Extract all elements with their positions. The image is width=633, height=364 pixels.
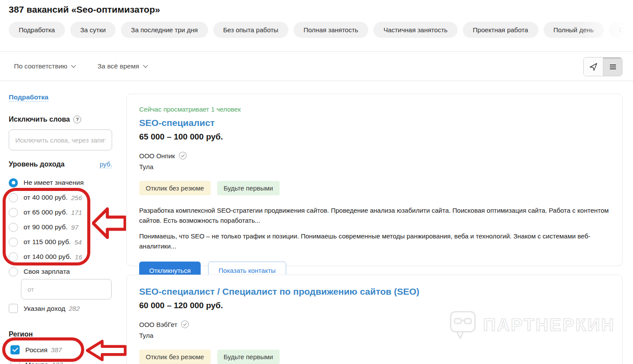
income-option-count: 171 <box>71 209 82 216</box>
radio-icon[interactable] <box>9 238 18 247</box>
tag-no-resume: Отклик без резюме <box>139 350 211 364</box>
income-option-label: от 115 000 руб. <box>24 238 71 246</box>
navigation-arrow-icon <box>589 62 598 71</box>
income-option-40000[interactable]: от 40 000 руб. 256 <box>9 190 118 205</box>
income-option-count: 256 <box>71 194 82 201</box>
chip-three-days[interactable]: За последние три дня <box>121 22 208 38</box>
verified-badge-icon <box>181 320 189 329</box>
map-view-button[interactable] <box>584 58 603 76</box>
quick-link-podrabotka[interactable]: Подработка <box>9 93 48 102</box>
income-option-custom[interactable]: Своя зарплата <box>9 264 118 279</box>
chip-full-employment[interactable]: Полная занятость <box>294 22 368 38</box>
chip-za-sutki[interactable]: За сутки <box>70 22 116 38</box>
vacancy-city: Тула <box>139 163 610 170</box>
vacancy-card: Сейчас просматривает 1 человек SEO-специ… <box>127 94 623 266</box>
income-option-label: Не имеет значения <box>24 179 84 187</box>
income-option-any[interactable]: Не имеет значения <box>9 175 118 190</box>
chip-project-work[interactable]: Проектная работа <box>463 22 538 38</box>
company-name: ООО ВэбГет <box>139 321 177 328</box>
period-label: За всё время <box>97 62 139 70</box>
filter-chips-row: Подработка За сутки За последние три дня… <box>9 22 633 38</box>
income-option-count: 54 <box>74 238 82 246</box>
radio-icon[interactable] <box>9 193 18 202</box>
checkbox-icon[interactable] <box>9 304 18 313</box>
vacancy-salary: 60 000 – 120 000 руб. <box>139 301 610 310</box>
vacancy-tags: Отклик без резюме Будьте первыми <box>139 181 610 195</box>
chip-part-time[interactable]: Частичная занятость <box>373 22 458 38</box>
region-option-moscow[interactable]: Москва 137 <box>10 360 63 364</box>
income-option-label: Своя зарплата <box>24 268 70 276</box>
vacancy-title-link[interactable]: SEO-специалист / Специалист по продвижен… <box>139 286 610 297</box>
annotation-arrow-salary <box>92 206 126 241</box>
income-option-label: от 90 000 руб. <box>24 223 68 231</box>
chip-full-day[interactable]: Полный день <box>544 22 604 38</box>
region-label-text: Россия <box>25 346 48 354</box>
income-option-label: от 40 000 руб. <box>24 194 68 201</box>
region-count: 387 <box>51 346 62 354</box>
vacancy-tags: Отклик без резюме Будьте первыми <box>139 350 610 364</box>
custom-salary-input[interactable] <box>21 279 112 299</box>
list-icon <box>608 62 618 71</box>
sort-row: По соответствию За всё время <box>14 62 148 70</box>
vacancy-description-2: Понимаешь, что SEO – не только трафик и … <box>139 231 610 251</box>
checkbox-icon[interactable] <box>10 360 20 364</box>
income-level-label: Уровень дохода <box>9 160 65 168</box>
income-option-label: от 65 000 руб. <box>24 208 68 216</box>
list-view-button[interactable] <box>603 58 622 76</box>
divider-sort <box>0 81 633 81</box>
region-section-label: Регион <box>9 330 33 338</box>
region-option-russia[interactable]: Россия 387 <box>10 345 62 354</box>
chip-no-experience[interactable]: Без опыта работы <box>213 22 288 38</box>
radio-icon[interactable] <box>9 208 18 217</box>
region-label-text: Москва <box>25 361 48 364</box>
radio-icon[interactable] <box>9 252 18 262</box>
view-toggle <box>583 57 623 76</box>
exclude-words-label: Исключить слова <box>9 116 70 123</box>
page-title: 387 вакансий «Seo-оптимизатор» <box>9 4 160 15</box>
vacancy-salary: 65 000 – 100 000 руб. <box>139 132 610 142</box>
company-link[interactable]: ООО ВэбГет <box>139 320 610 329</box>
divider-top <box>0 51 633 52</box>
vacancy-title-link[interactable]: SEO-специалист <box>139 118 610 128</box>
period-dropdown[interactable]: За всё время <box>97 62 148 70</box>
vacancy-card: SEO-специалист / Специалист по продвижен… <box>127 275 623 364</box>
tag-be-first: Будьте первыми <box>217 350 280 364</box>
radio-icon[interactable] <box>9 267 18 276</box>
annotation-arrow-region <box>86 340 127 361</box>
verified-badge-icon <box>178 151 187 160</box>
watching-now-text: Сейчас просматривает 1 человек <box>139 105 610 113</box>
radio-icon[interactable] <box>9 178 18 187</box>
specified-income-option[interactable]: Указан доход 282 <box>9 304 80 313</box>
vacancy-description-1: Разработка комплексной SEO-стратегии про… <box>139 205 610 225</box>
chevron-down-icon <box>71 65 76 68</box>
chevron-down-icon <box>143 65 148 68</box>
income-option-140000[interactable]: от 140 000 руб. 16 <box>9 249 118 264</box>
help-icon[interactable]: ? <box>73 116 81 123</box>
income-option-label: от 140 000 руб. <box>24 253 72 261</box>
income-option-count: 16 <box>75 253 82 261</box>
specified-income-label: Указан доход <box>24 305 65 313</box>
specified-income-count: 282 <box>69 305 80 312</box>
chip-shift-schedule[interactable]: Сменный график <box>609 22 633 38</box>
sort-by-label: По соответствию <box>14 62 67 70</box>
company-link[interactable]: ООО Онпик <box>139 151 610 160</box>
income-option-count: 97 <box>71 224 79 231</box>
radio-icon[interactable] <box>9 223 18 232</box>
exclude-words-input[interactable] <box>9 129 112 150</box>
checkbox-icon[interactable] <box>10 345 20 354</box>
sort-by-dropdown[interactable]: По соответствию <box>14 62 76 70</box>
income-section-header: Уровень дохода руб. <box>9 160 112 168</box>
vacancy-city: Тула <box>139 332 610 339</box>
exclude-words-section-label: Исключить слова ? <box>9 116 81 123</box>
region-count: 137 <box>52 361 63 364</box>
chip-podrabotka[interactable]: Подработка <box>9 22 65 38</box>
tag-no-resume: Отклик без резюме <box>139 181 211 195</box>
currency-link[interactable]: руб. <box>99 160 112 168</box>
company-name: ООО Онпик <box>139 152 175 160</box>
tag-be-first: Будьте первыми <box>217 181 280 195</box>
